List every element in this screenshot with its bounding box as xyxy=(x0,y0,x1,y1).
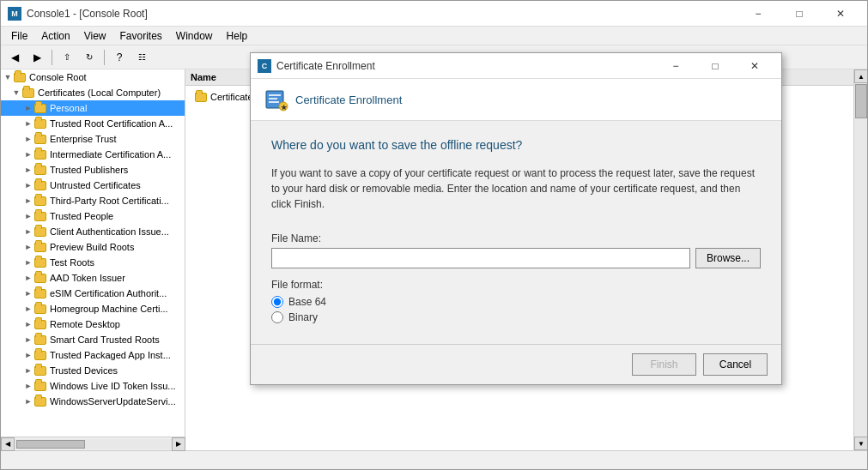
file-name-input[interactable] xyxy=(271,248,690,268)
dialog-title-text: Certificate Enrollment xyxy=(276,60,656,72)
radio-binary-row: Binary xyxy=(271,311,761,323)
dialog-overlay: C Certificate Enrollment − □ ✕ xyxy=(1,1,867,469)
radio-binary[interactable] xyxy=(271,311,283,323)
browse-button[interactable]: Browse... xyxy=(695,248,761,268)
file-format-label: File format: xyxy=(271,279,761,291)
certificate-enrollment-dialog: C Certificate Enrollment − □ ✕ xyxy=(250,52,782,385)
dialog-window-controls: − □ ✕ xyxy=(656,53,774,79)
dialog-question: Where do you want to save the offline re… xyxy=(271,138,761,152)
svg-rect-3 xyxy=(269,101,279,103)
radio-base64-label[interactable]: Base 64 xyxy=(288,296,326,308)
file-name-group: File Name: Browse... xyxy=(271,232,761,268)
dialog-description: If you want to save a copy of your certi… xyxy=(271,166,761,212)
radio-binary-label[interactable]: Binary xyxy=(288,311,318,323)
file-format-group: File format: Base 64 Binary xyxy=(271,279,761,323)
cancel-button[interactable]: Cancel xyxy=(703,353,768,376)
radio-base64-row: Base 64 xyxy=(271,296,761,308)
dialog-cert-icon: ★ xyxy=(264,87,288,111)
svg-rect-2 xyxy=(269,98,277,99)
dialog-title-bar: C Certificate Enrollment − □ ✕ xyxy=(251,53,781,79)
file-name-label: File Name: xyxy=(271,232,761,244)
dialog-minimize-button[interactable]: − xyxy=(656,53,695,79)
finish-button[interactable]: Finish xyxy=(632,353,696,376)
svg-rect-1 xyxy=(269,94,281,96)
dialog-title-icon: C xyxy=(258,59,271,73)
dialog-maximize-button[interactable]: □ xyxy=(695,53,735,79)
dialog-footer: Finish Cancel xyxy=(251,344,781,384)
file-input-row: Browse... xyxy=(271,248,761,268)
svg-text:★: ★ xyxy=(281,104,288,111)
dialog-header-title: Certificate Enrollment xyxy=(295,93,402,106)
dialog-header-strip: ★ Certificate Enrollment xyxy=(251,79,781,121)
dialog-close-button[interactable]: ✕ xyxy=(735,53,774,79)
dialog-content: Where do you want to save the offline re… xyxy=(251,121,781,344)
mmc-window: M Console1 - [Console Root] − □ ✕ File A… xyxy=(0,0,868,470)
radio-base64[interactable] xyxy=(271,296,283,308)
